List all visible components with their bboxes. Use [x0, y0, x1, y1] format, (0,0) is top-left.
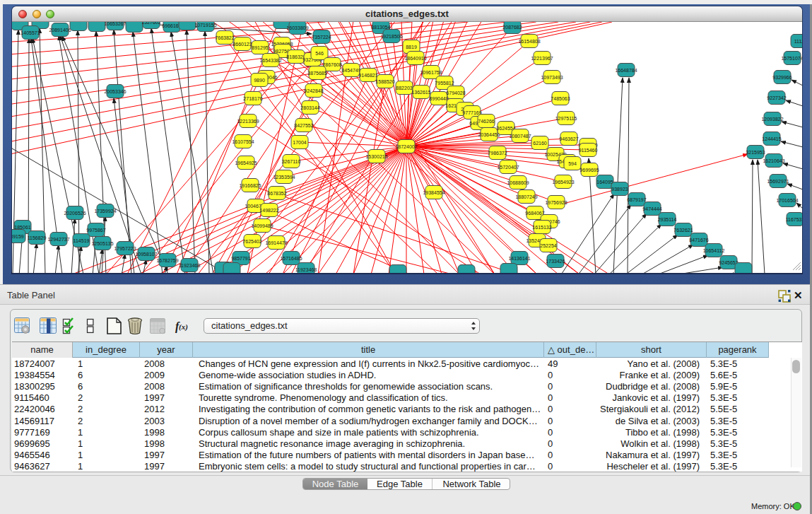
svg-text:17359924: 17359924: [94, 209, 116, 214]
svg-text:164095: 164095: [596, 180, 613, 185]
svg-text:10961758: 10961758: [420, 70, 442, 75]
svg-text:(x): (x): [179, 322, 188, 332]
svg-text:17004: 17004: [293, 140, 307, 145]
svg-text:1615132: 1615132: [532, 225, 551, 230]
svg-text:9699695: 9699695: [579, 168, 599, 173]
svg-text:20053346: 20053346: [104, 89, 126, 94]
svg-text:10719155: 10719155: [194, 23, 216, 28]
svg-text:1588520: 1588520: [375, 79, 394, 84]
svg-text:1156829: 1156829: [28, 235, 47, 240]
svg-text:252254: 252254: [540, 243, 556, 248]
svg-text:16033809: 16033809: [286, 25, 308, 30]
svg-text:20206526: 20206526: [64, 211, 86, 216]
svg-text:546: 546: [315, 51, 324, 56]
svg-text:3215953: 3215953: [746, 150, 765, 155]
svg-text:9975867: 9975867: [86, 228, 105, 233]
svg-text:15720407: 15720407: [497, 165, 519, 170]
svg-text:891295: 891295: [252, 45, 268, 50]
svg-text:1405571: 1405571: [20, 30, 40, 35]
svg-text:17016504: 17016504: [776, 198, 798, 203]
svg-text:2718176: 2718176: [243, 96, 262, 101]
svg-text:6879197: 6879197: [627, 197, 646, 202]
svg-text:12353594: 12353594: [273, 175, 295, 180]
svg-text:16543382: 16543382: [259, 58, 281, 63]
svg-text:8678352: 8678352: [267, 191, 286, 196]
svg-text:746266: 746266: [478, 119, 494, 124]
svg-text:2087682: 2087682: [502, 25, 522, 30]
svg-text:7485063: 7485063: [551, 96, 570, 101]
svg-text:16782759: 16782759: [156, 258, 178, 263]
svg-text:10973493: 10973493: [541, 75, 563, 80]
svg-text:16210643: 16210643: [763, 158, 784, 163]
svg-text:12213369: 12213369: [237, 119, 259, 124]
svg-text:2867608: 2867608: [322, 62, 341, 67]
svg-text:20891406: 20891406: [49, 28, 71, 33]
svg-text:10807487: 10807487: [509, 134, 531, 139]
svg-text:19218506: 19218506: [380, 34, 402, 39]
svg-text:18807249: 18807249: [515, 194, 537, 199]
svg-text:19384554: 19384554: [423, 190, 445, 195]
svg-text:62160: 62160: [533, 141, 547, 146]
svg-text:1167533: 1167533: [786, 217, 802, 222]
svg-text:17957223: 17957223: [114, 246, 136, 251]
svg-text:1362615: 1362615: [411, 90, 430, 95]
svg-text:2803144: 2803144: [300, 105, 319, 110]
svg-text:3875685: 3875685: [307, 71, 326, 76]
svg-text:7663822: 7663822: [215, 35, 234, 40]
svg-text:12505135: 12505135: [91, 241, 113, 246]
svg-text:9890: 9890: [254, 78, 265, 83]
svg-text:12213967: 12213967: [531, 56, 553, 61]
svg-text:15300215: 15300215: [365, 154, 387, 159]
svg-text:1733426: 1733426: [546, 259, 565, 264]
svg-text:185061: 185061: [14, 225, 30, 230]
svg-text:9684067: 9684067: [525, 211, 544, 216]
svg-text:15692971: 15692971: [767, 179, 789, 184]
svg-text:19166825: 19166825: [239, 183, 261, 188]
svg-text:10688609: 10688609: [507, 180, 529, 185]
svg-text:20364456: 20364456: [478, 132, 500, 137]
svg-text:19654923: 19654923: [552, 180, 574, 185]
svg-text:8427552: 8427552: [294, 123, 313, 128]
svg-text:8471676: 8471676: [689, 238, 708, 243]
svg-text:10654112: 10654112: [703, 248, 725, 253]
svg-text:16154808: 16154808: [518, 39, 540, 44]
svg-text:18640910: 18640910: [404, 56, 426, 61]
svg-text:8454749: 8454749: [341, 68, 360, 73]
svg-text:10653267: 10653267: [104, 22, 126, 26]
svg-text:18724007: 18724007: [395, 144, 417, 149]
svg-text:10958107: 10958107: [135, 252, 157, 257]
svg-text:8660123: 8660123: [233, 42, 252, 47]
svg-text:16648784: 16648784: [615, 68, 637, 73]
svg-text:9227342: 9227342: [767, 95, 786, 100]
svg-text:2935114: 2935114: [658, 217, 677, 222]
svg-text:9857791: 9857791: [231, 256, 250, 261]
svg-text:9115460: 9115460: [579, 148, 598, 153]
svg-text:14136141: 14136141: [508, 256, 530, 261]
svg-text:19756928: 19756928: [545, 200, 567, 205]
svg-text:39159: 39159: [12, 234, 24, 239]
svg-text:7625402: 7625402: [242, 239, 261, 244]
svg-text:11923468: 11923468: [179, 263, 201, 268]
svg-text:938923: 938923: [611, 187, 628, 192]
svg-text:7632621: 7632621: [673, 228, 693, 233]
svg-text:8813054: 8813054: [371, 25, 390, 30]
svg-text:882203: 882203: [396, 86, 412, 90]
svg-text:11923468: 11923468: [295, 267, 317, 272]
svg-text:114519: 114519: [73, 238, 90, 243]
svg-text:7955812: 7955812: [435, 81, 454, 86]
svg-text:7986372: 7986372: [488, 151, 507, 156]
svg-text:6794028: 6794028: [446, 90, 465, 95]
svg-text:9474444: 9474444: [642, 206, 661, 211]
svg-text:7357224: 7357224: [312, 35, 331, 40]
svg-text:12942737: 12942737: [47, 237, 69, 242]
svg-text:1244415: 1244415: [762, 136, 781, 141]
svg-text:594: 594: [568, 161, 577, 166]
svg-text:15716485: 15716485: [280, 256, 302, 261]
svg-text:1112: 1112: [794, 39, 802, 44]
svg-text:1527602: 1527602: [141, 22, 160, 25]
svg-text:12975115: 12975115: [555, 116, 577, 121]
svg-text:19654925: 19654925: [235, 160, 257, 165]
svg-text:14099489: 14099489: [251, 223, 273, 228]
svg-text:9463627: 9463627: [559, 136, 578, 141]
svg-text:3267110: 3267110: [282, 159, 301, 164]
